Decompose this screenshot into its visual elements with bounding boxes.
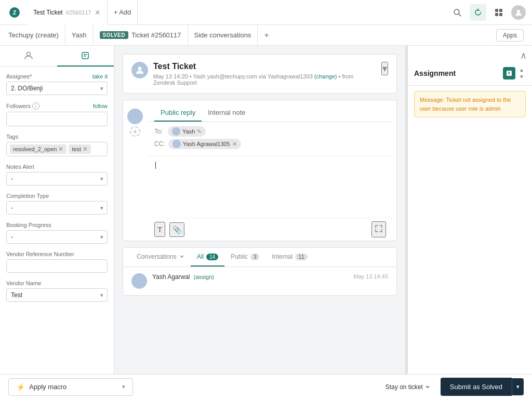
assignee-field: Assignee* take it 2. DO/Benji (6, 73, 108, 95)
tags-container[interactable]: resolved_2_open ✕ test ✕ (6, 142, 108, 156)
assignment-icon[interactable] (503, 67, 515, 79)
conv-tab-all[interactable]: All 14 (191, 248, 224, 267)
reply-body[interactable] (148, 156, 392, 218)
conv-tab-conversations[interactable]: Conversations (130, 248, 191, 267)
solved-badge: SOLVED (100, 31, 128, 39)
right-panel: ∧ Assignment ▲ ▼ Message: Ticket not ass… (407, 46, 532, 374)
notes-alert-wrapper: - (6, 172, 108, 185)
assignee-select[interactable]: 2. DO/Benji (6, 82, 108, 95)
submit-button-group: Submit as Solved ▾ (441, 378, 524, 396)
add-tab-button[interactable]: + Add (108, 0, 138, 25)
ticket-email: yash@techupy.com (207, 73, 257, 79)
conv-tab-bar: Conversations All 14 Public 3 Internal 1… (123, 248, 396, 267)
svg-rect-5 (499, 9, 502, 12)
apps-button[interactable]: Apps (496, 29, 524, 42)
message-info: Yash Agarwal (assign) (152, 273, 214, 281)
tag-resolved-remove[interactable]: ✕ (58, 145, 63, 153)
tab-id: #2560117 (66, 9, 91, 16)
tag-test: test ✕ (69, 144, 91, 154)
cc-avatar (172, 140, 181, 148)
subnav-techupy[interactable]: Techupy (create) (8, 25, 65, 46)
vendor-name-wrapper: Test (6, 288, 108, 302)
vendor-ref-input[interactable] (6, 259, 108, 273)
assignment-message: Message: Ticket not assigned to the user… (414, 91, 526, 117)
left-sidebar: Assignee* take it 2. DO/Benji Followers … (0, 46, 114, 374)
vendor-name-select[interactable]: Test (6, 288, 108, 302)
completion-type-label: Completion Type (6, 193, 49, 199)
active-tab[interactable]: Test Ticket #2560117 ✕ (27, 0, 108, 25)
message-author: Yash Agarwal (assign) (152, 273, 214, 281)
conv-tab-public[interactable]: Public 3 (224, 248, 265, 267)
sidebar-tabs (0, 46, 114, 67)
subnav-add-button[interactable]: + (258, 31, 275, 40)
right-panel-collapse-icon[interactable]: ∧ (520, 50, 527, 61)
tab-title: Test Ticket (33, 9, 63, 16)
ticket-scroll-area: Test Ticket May 13 14:20 • Yash yash@tec… (114, 46, 405, 374)
vendor-name-label: Vendor Name (6, 280, 41, 286)
completion-type-select[interactable]: - (6, 201, 108, 215)
first-message: Yash Agarwal (assign) May 13 14:45 (123, 267, 396, 295)
search-button[interactable] (449, 4, 466, 21)
notes-alert-label: Notes Alert (6, 164, 34, 170)
reply-tab-internal[interactable]: Internal note (202, 104, 251, 122)
svg-point-8 (517, 10, 520, 13)
ticket-collapse-button[interactable]: ▾ (381, 62, 388, 75)
message-time: May 13 14:45 (353, 273, 388, 280)
subnav-techupy-label: Techupy (create) (8, 31, 59, 39)
sidebar-tab-user[interactable] (0, 46, 57, 66)
add-tab-label: + Add (114, 8, 131, 16)
apply-macro-button[interactable]: ⚡ Apply macro ▾ (8, 378, 133, 396)
completion-type-wrapper: - (6, 201, 108, 215)
assign-link[interactable]: (assign) (194, 274, 214, 280)
cc-remove-icon[interactable]: ✕ (232, 141, 237, 148)
ticket-date: May 13 14:20 (153, 73, 188, 79)
center-panel: Test Ticket May 13 14:20 • Yash yash@tec… (114, 46, 405, 374)
notes-alert-select[interactable]: - (6, 172, 108, 185)
submit-as-solved-button[interactable]: Submit as Solved (441, 378, 512, 396)
expand-button[interactable] (371, 221, 386, 237)
followers-info-icon: i (32, 102, 39, 110)
grid-button[interactable] (490, 4, 507, 21)
sidebar-tab-info[interactable] (57, 46, 114, 66)
format-text-button[interactable]: T (154, 222, 165, 237)
ticket-via: via Yashagrawal1303 (259, 73, 313, 79)
booking-progress-select[interactable]: - (6, 230, 108, 244)
to-edit-icon[interactable]: ✎ (197, 128, 202, 135)
followers-label: Followers (6, 103, 31, 109)
refresh-button[interactable] (470, 4, 486, 21)
subnav-ticket-label: Ticket #2560117 (131, 31, 181, 39)
user-avatar[interactable] (511, 5, 526, 20)
cc-row: CC: Yash Agrawal1305 ✕ (154, 139, 386, 149)
ticket-change-link[interactable]: (change) (314, 73, 337, 79)
follow-link[interactable]: follow (93, 103, 108, 109)
to-recipient-name: Yash (182, 128, 195, 135)
apply-macro-label: Apply macro (29, 383, 66, 391)
submit-label: Submit as Solved (450, 383, 502, 391)
ticket-title: Test Ticket (153, 62, 376, 71)
tab-close-icon[interactable]: ✕ (95, 9, 101, 16)
stay-on-ticket-label: Stay on ticket (385, 383, 423, 391)
subnav-yash[interactable]: Yash (65, 25, 94, 46)
svg-rect-7 (499, 13, 502, 16)
scroll-down-icon[interactable]: ▼ (517, 73, 526, 80)
attach-button[interactable]: 📎 (169, 222, 184, 237)
subnav-ticket[interactable]: SOLVED Ticket #2560117 (94, 25, 188, 46)
followers-input[interactable] (6, 112, 108, 126)
submit-dropdown-button[interactable]: ▾ (512, 378, 524, 395)
vendor-ref-label: Vendor Reference Number (6, 251, 74, 257)
subnav-side-conversations[interactable]: Side conversations (188, 25, 258, 46)
reply-tab-public[interactable]: Public reply (154, 104, 202, 122)
public-badge: 3 (250, 254, 260, 260)
vendor-ref-field: Vendor Reference Number (6, 251, 108, 273)
add-recipient-button[interactable]: + (130, 126, 140, 137)
stay-on-ticket-button[interactable]: Stay on ticket (379, 379, 436, 395)
logo: Z (6, 4, 23, 21)
conv-tab-internal[interactable]: Internal 11 (265, 248, 313, 267)
text-cursor (155, 162, 156, 169)
assignment-header[interactable]: Assignment ▲ ▼ (408, 61, 532, 86)
take-it-link[interactable]: take it (92, 73, 108, 79)
reply-recipients: To: Yash ✎ CC: (148, 122, 392, 156)
scroll-up-icon[interactable]: ▲ (517, 66, 526, 73)
cc-recipient-name: Yash Agrawal1305 (183, 141, 230, 147)
tag-test-remove[interactable]: ✕ (83, 145, 88, 153)
